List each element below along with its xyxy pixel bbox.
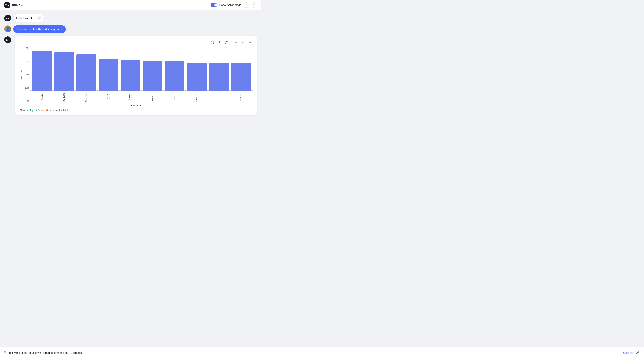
zia-chart-icon[interactable] xyxy=(210,40,215,45)
conversation-mode-toggle[interactable] xyxy=(210,3,218,7)
bar-0[interactable] xyxy=(32,51,52,91)
bar-group-1[interactable] xyxy=(54,47,74,91)
help-icon[interactable]: ? xyxy=(252,2,257,8)
x-label-4: Express 3500 xyxy=(120,92,140,103)
bar-group-2[interactable] xyxy=(76,47,96,91)
y-label-0: $0 xyxy=(22,100,29,102)
x-label-3: BMW 3 Series xyxy=(98,92,118,103)
bars-container xyxy=(30,47,252,91)
x-label-9: Volvo 2C2 xyxy=(231,92,251,103)
bar-group-0[interactable] xyxy=(32,47,52,91)
save-icon[interactable]: ⊡ xyxy=(241,40,246,45)
x-label-1: Mazda 626 xyxy=(54,92,74,103)
bar-2[interactable] xyxy=(76,55,96,91)
zia-icon-inner: Zia xyxy=(6,38,10,41)
x-label-2: Range Rover xyxy=(76,92,96,103)
zia-avatar-icon: Zia xyxy=(6,16,10,20)
bar-3[interactable] xyxy=(98,59,118,91)
user-avatar-image: 👤 xyxy=(4,26,11,32)
zia-response-row: Zia ℹ ✏ ⊡ ⊞ xyxy=(4,36,257,118)
conversation-mode-label: Conversation Mode xyxy=(220,4,241,7)
bar-6[interactable] xyxy=(165,61,184,91)
y-labels-container: $0 $500 $1K $1.5K $2K xyxy=(22,47,30,103)
chart-toolbar: ℹ ✏ ⊡ ⊞ xyxy=(20,40,252,45)
bar-9[interactable] xyxy=(231,63,251,91)
showing-in-terms: in terms of xyxy=(47,109,59,112)
topbar-right: Conversation Mode ⚙ ? xyxy=(210,2,257,8)
bar-group-5[interactable] xyxy=(143,47,162,91)
x-label-7: Toyota MR2 xyxy=(187,92,206,103)
bar-group-6[interactable] xyxy=(165,47,184,91)
greeting-text: Hello David Miller xyxy=(16,17,36,20)
y-label-500: $500 xyxy=(22,87,29,89)
edit-icon[interactable]: ✏ xyxy=(234,40,239,45)
grid-icon[interactable]: ⊞ xyxy=(248,40,252,45)
y-label-1k: $1K xyxy=(22,74,29,76)
topbar-left: Zia Ask Zia xyxy=(4,2,23,8)
app-title: Ask Zia xyxy=(12,3,23,7)
conversation-mode-toggle-wrapper[interactable]: Conversation Mode xyxy=(210,3,241,7)
bar-group-7[interactable] xyxy=(187,47,206,91)
y-axis-section: Total Sales $0 $500 $1K $1.5K $2K xyxy=(20,47,30,103)
showing-products: Products xyxy=(38,109,47,112)
bar-8[interactable] xyxy=(209,63,229,91)
svg-text:Zia: Zia xyxy=(6,17,10,20)
showing-total-sales: Total Sales xyxy=(59,109,70,112)
showing-top10: Top 10 xyxy=(30,109,37,112)
bar-1[interactable] xyxy=(54,52,74,91)
bar-group-4[interactable] xyxy=(120,47,140,91)
topbar: Zia Ask Zia Conversation Mode ⚙ ? xyxy=(0,0,261,10)
svg-text:Zia: Zia xyxy=(6,39,8,41)
hello-row: Zia Hello David Miller ▾ xyxy=(4,14,257,22)
showing-text: Showing: Top 10 Products in terms of Tot… xyxy=(20,109,252,112)
zia-logo-icon: Zia xyxy=(4,2,10,8)
y-label-2k: $2K xyxy=(22,47,29,49)
user-message-row: 👤 Show me the top 10 products by sales xyxy=(4,26,257,33)
settings-icon[interactable]: ⚙ xyxy=(244,2,249,8)
bars-and-grid xyxy=(30,47,252,91)
chart-type-icon[interactable] xyxy=(224,40,229,45)
hello-bubble[interactable]: Hello David Miller ▾ xyxy=(13,14,44,22)
toolbar-divider xyxy=(231,41,232,44)
svg-text:Zia: Zia xyxy=(5,4,9,7)
bar-5[interactable] xyxy=(143,61,162,91)
x-label-6: GTI xyxy=(165,92,184,103)
x-axis-title-row[interactable]: Product ▾ xyxy=(20,104,252,107)
y-axis-label: Total Sales xyxy=(20,47,22,103)
user-message-text: Show me the top 10 products by sales xyxy=(17,28,62,31)
y-label-1-5k: $1.5K xyxy=(22,60,29,63)
x-axis-chevron-icon: ▾ xyxy=(140,104,141,107)
bar-group-9[interactable] xyxy=(231,47,251,91)
x-label-8: R8 xyxy=(209,92,229,103)
showing-prefix: Showing: xyxy=(20,109,30,112)
main-content: Zia Hello David Miller ▾ 👤 Show me the t… xyxy=(0,10,261,132)
plot-area: CorvetteMazda 626Range RoverBMW 3 Series… xyxy=(30,47,252,103)
info-icon[interactable]: ℹ xyxy=(217,40,222,45)
zia-avatar: Zia xyxy=(4,15,11,22)
bar-group-3[interactable] xyxy=(98,47,118,91)
greeting-chevron-button[interactable]: ▾ xyxy=(37,16,42,20)
chart-area: Total Sales $0 $500 $1K $1.5K $2K xyxy=(20,47,252,103)
bar-7[interactable] xyxy=(187,63,206,91)
x-labels-container: CorvetteMazda 626Range RoverBMW 3 Series… xyxy=(30,92,252,103)
chart-card: ℹ ✏ ⊡ ⊞ Total Sales $0 $500 $1K xyxy=(16,36,257,115)
x-label-0: Corvette xyxy=(32,92,52,103)
x-axis-line xyxy=(32,91,251,91)
bar-group-8[interactable] xyxy=(209,47,229,91)
user-avatar: 👤 xyxy=(4,26,11,32)
x-label-5: Fleetwood xyxy=(143,92,162,103)
zia-response-avatar-icon: Zia xyxy=(4,36,11,43)
user-message-bubble: Show me the top 10 products by sales xyxy=(13,26,66,33)
bar-4[interactable] xyxy=(120,60,140,91)
x-axis-title-text: Product xyxy=(131,104,139,107)
zia-response-avatar: Zia xyxy=(4,36,11,43)
